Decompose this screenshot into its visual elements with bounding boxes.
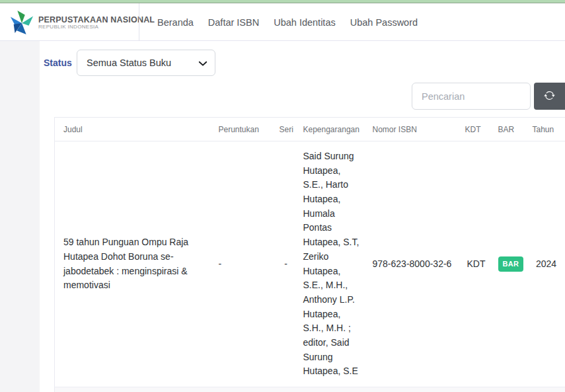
cell-kdt: KDT — [460, 141, 493, 387]
nav-item-ubah-identitas[interactable]: Ubah Identitas — [274, 17, 336, 28]
table-row: 59 tahun Punguan Ompu Raja Hutapea Dohot… — [55, 141, 565, 387]
perpusnas-logo: PERPUSTAKAAN NASIONAL REPUBLIK INDONESIA — [9, 9, 155, 37]
logo-subtitle: REPUBLIK INDONESIA — [38, 24, 155, 30]
status-select-value: Semua Status Buku — [87, 58, 171, 68]
main-content: Status Semua Status Buku Judul Peruntuka… — [40, 41, 565, 392]
status-label: Status — [44, 58, 71, 68]
chevron-down-icon — [198, 59, 207, 68]
column-header-tahun: Tahun — [527, 118, 565, 141]
logo-text: PERPUSTAKAAN NASIONAL REPUBLIK INDONESIA — [38, 16, 155, 30]
nav-item-daftar-isbn[interactable]: Daftar ISBN — [208, 17, 259, 28]
isbn-dashboard-page: { "header": { "logo": { "title": "PERPUS… — [0, 0, 565, 392]
cell-judul: 59 tahun Punguan Ompu Raja Hutapea Dohot… — [55, 141, 213, 387]
column-header-peruntukan: Peruntukan — [213, 118, 274, 141]
cell-peruntukan: - — [213, 141, 274, 387]
header-divider — [139, 3, 139, 41]
column-header-judul: Judul — [55, 118, 213, 141]
cell-bar: BAR — [493, 141, 527, 387]
status-select[interactable]: Semua Status Buku — [77, 50, 215, 76]
nav-item-beranda[interactable]: Beranda — [157, 17, 194, 28]
books-table: Judul Peruntukan Seri Kepengarangan Nomo… — [54, 117, 565, 392]
refresh-button[interactable] — [534, 83, 565, 110]
refresh-icon — [544, 90, 555, 103]
cell-kepengarangan: Said Surung Hutapea, S.E., Harto Hutapea… — [298, 141, 367, 387]
status-filter-row: Status Semua Status Buku — [44, 50, 215, 76]
perpusnas-star-icon — [9, 9, 34, 37]
left-gutter — [0, 41, 40, 392]
column-header-bar: BAR — [493, 118, 527, 141]
search-input[interactable] — [412, 83, 531, 110]
column-header-nomor-isbn: Nomor ISBN — [367, 118, 460, 141]
nav-item-ubah-password[interactable]: Ubah Password — [350, 17, 418, 28]
app-header: PERPUSTAKAAN NASIONAL REPUBLIK INDONESIA… — [0, 3, 565, 41]
column-header-seri: Seri — [274, 118, 298, 141]
cell-tahun: 2024 — [527, 141, 565, 387]
table-header-row: Judul Peruntukan Seri Kepengarangan Nomo… — [55, 118, 565, 141]
bar-badge-button[interactable]: BAR — [498, 256, 524, 272]
cell-nomor-isbn: 978-623-8000-32-6 — [367, 141, 460, 387]
main-nav: Beranda Daftar ISBN Ubah Identitas Ubah … — [157, 3, 418, 41]
cell-seri: - — [274, 141, 298, 387]
table-row-partial — [55, 387, 565, 392]
column-header-kdt: KDT — [460, 118, 493, 141]
column-header-kepengarangan: Kepengarangan — [298, 118, 367, 141]
